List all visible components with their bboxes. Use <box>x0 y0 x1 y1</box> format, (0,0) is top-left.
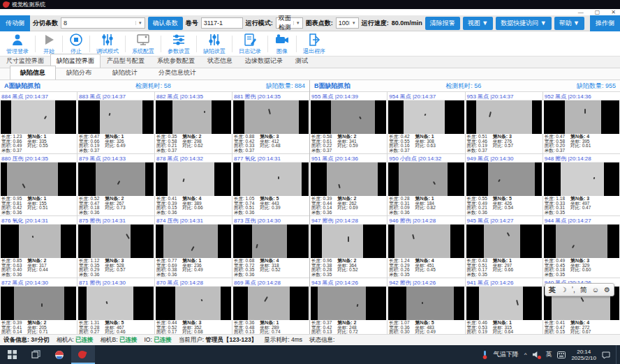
toolbar-button-monitor[interactable]: 系统配置 <box>126 32 161 56</box>
defect-thumbnail[interactable] <box>78 100 154 134</box>
defect-thumbnail[interactable] <box>466 162 542 196</box>
operator-side-button[interactable]: 操作侧 <box>590 15 620 31</box>
close-button[interactable]: ✕ <box>611 10 616 15</box>
defect-cell-948[interactable]: 948 擦伤 |20:14:28长度: 1.18宽度: 0.33面积: 0.31… <box>543 154 620 215</box>
start-button[interactable] <box>0 345 24 364</box>
defect-cell-871[interactable]: 871 擦伤 |20:14:30长度: 1.31宽度: 0.28面积: 0.27… <box>78 278 154 340</box>
drive-side-button[interactable]: 传动侧 <box>0 15 30 31</box>
split-count-select[interactable]: 8▼ <box>61 17 145 29</box>
defect-thumbnail[interactable] <box>466 287 542 320</box>
ime-language-indicator[interactable]: 英 <box>545 350 552 359</box>
clear-alarm-button[interactable]: 清除报警 <box>425 17 460 30</box>
taskbar-clock[interactable]: 20:14 2025/2/10 <box>571 349 596 361</box>
defect-cell-876[interactable]: 876 氧化 |20:14:31长度: 0.85宽度: 0.63面积: 0.40… <box>0 216 77 278</box>
defect-thumbnail[interactable] <box>544 225 619 258</box>
ime-lang-button[interactable]: 英 <box>549 285 556 295</box>
defect-cell-874[interactable]: 874 压伤 |20:14:31长度: 0.77宽度: 0.69面积: 0.38… <box>155 216 232 278</box>
defect-thumbnail[interactable] <box>233 100 309 134</box>
notification-center-icon[interactable] <box>602 351 610 359</box>
show-desktop-button[interactable] <box>616 345 619 364</box>
ime-punctuation-button[interactable]: ’, <box>572 286 575 294</box>
defect-thumbnail[interactable] <box>78 162 154 196</box>
defect-cell-883[interactable]: 883 黑点 |20:14:37长度: 0.47宽度: 0.66面积: 0.19… <box>78 92 154 153</box>
subtab-缺陷分布[interactable]: 缺陷分布 <box>56 66 102 79</box>
defect-thumbnail[interactable] <box>78 287 154 320</box>
defect-thumbnail[interactable] <box>466 225 542 258</box>
data-quick-access-button[interactable]: 数据快捷访问 ▼ <box>496 17 551 30</box>
defect-cell-869[interactable]: 869 黑点 |20:14:28长度: 0.36宽度: 0.48面积: 0.13… <box>232 278 309 340</box>
defect-cell-884[interactable]: 884 黑点 |20:14:37长度: 1.23宽度: 0.86面积: 0.49… <box>0 92 77 153</box>
defect-thumbnail[interactable] <box>1 162 76 196</box>
tray-expand-button[interactable]: ^ <box>524 351 527 358</box>
defect-thumbnail[interactable] <box>388 100 464 134</box>
volume-icon[interactable] <box>532 351 540 358</box>
toolbar-button-user[interactable]: 管理登录 <box>0 32 35 56</box>
keyboard-icon[interactable] <box>557 351 566 358</box>
run-mode-select[interactable]: 双面检测▼ <box>276 17 303 29</box>
defect-cell-953[interactable]: 953 黑点 |20:14:37长度: 0.51宽度: 0.46面积: 0.19… <box>466 92 542 153</box>
weather-text[interactable]: 气温下降 <box>494 350 519 359</box>
minimize-button[interactable]: — <box>578 10 584 15</box>
defect-cell-879[interactable]: 879 黑点 |20:14:33长度: 0.52宽度: 0.47面积: 0.18… <box>78 154 154 215</box>
ime-emoji-button[interactable]: ☺ <box>592 286 599 294</box>
defect-cell-945[interactable]: 945 黑点 |20:14:27长度: 0.43宽度: 0.51面积: 0.17… <box>466 216 542 278</box>
maximize-button[interactable]: ▢ <box>595 10 600 15</box>
defect-cell-950[interactable]: 950 小白点 |20:14:32长度: 0.28宽度: 0.31面积: 0.0… <box>388 154 464 215</box>
toolbar-button-log[interactable]: 日志记录 <box>232 32 267 56</box>
ime-simplified-button[interactable]: 简 <box>580 285 587 295</box>
defect-cell-955[interactable]: 955 黑点 |20:14:39长度: 0.58宽度: 0.61面积: 0.22… <box>310 92 387 153</box>
chart-points-select[interactable]: 100▼ <box>336 17 359 29</box>
tab-状态信息[interactable]: 状态信息 <box>201 54 239 68</box>
defect-cell-952[interactable]: 952 黑点 |20:14:36长度: 0.47宽度: 0.58面积: 0.20… <box>543 92 620 153</box>
toolbar-button-debug-sliders[interactable]: 调试模式 <box>90 32 125 56</box>
defect-cell-942[interactable]: 942 擦伤 |20:14:26长度: 1.07宽度: 0.36面积: 0.30… <box>388 278 464 340</box>
defect-cell-951[interactable]: 951 黑点 |20:14:36长度: 0.39宽度: 0.44面积: 0.14… <box>310 154 387 215</box>
defect-cell-872[interactable]: 872 黑点 |20:14:30长度: 0.39宽度: 0.41面积: 0.14… <box>0 278 77 340</box>
defect-thumbnail[interactable] <box>156 225 231 258</box>
defect-thumbnail[interactable] <box>233 162 309 196</box>
defect-cell-944[interactable]: 944 黑点 |20:14:27长度: 0.49宽度: 0.45面积: 0.18… <box>543 216 620 278</box>
defect-cell-949[interactable]: 949 黑点 |20:14:30长度: 0.55宽度: 0.49面积: 0.21… <box>466 154 542 215</box>
taskbar-app-inspection[interactable] <box>71 345 95 364</box>
defect-thumbnail[interactable] <box>1 287 76 320</box>
defect-cell-882[interactable]: 882 黑点 |20:14:35长度: 0.35宽度: 0.58面积: 0.21… <box>155 92 232 153</box>
ime-settings-gear-icon[interactable]: ⚙ <box>604 286 610 294</box>
defect-thumbnail[interactable] <box>156 100 231 134</box>
confirm-count-button[interactable]: 确认条数 <box>148 17 183 30</box>
toolbar-button-param-sliders[interactable]: 参数设置 <box>161 32 196 56</box>
task-view-button[interactable] <box>24 345 47 364</box>
defect-cell-877[interactable]: 877 氧化 |20:14:31长度: 1.05宽度: 0.74面积: 0.51… <box>232 154 309 215</box>
defect-cell-943[interactable]: 943 黑点 |20:14:26长度: 0.37宽度: 0.42面积: 0.13… <box>310 278 387 340</box>
subtab-缺陷信息[interactable]: 缺陷信息 <box>10 66 56 79</box>
defect-thumbnail[interactable] <box>233 287 309 320</box>
defect-thumbnail[interactable] <box>156 287 231 320</box>
defect-thumbnail[interactable] <box>311 287 386 320</box>
defect-cell-954[interactable]: 954 黑点 |20:14:37长度: 0.42宽度: 0.55面积: 0.16… <box>388 92 464 153</box>
defect-thumbnail[interactable] <box>1 100 76 134</box>
defect-cell-880[interactable]: 880 压伤 |20:14:35长度: 0.95宽度: 0.81面积: 0.42… <box>0 154 77 215</box>
defect-thumbnail[interactable] <box>311 162 386 196</box>
defect-thumbnail[interactable] <box>311 100 386 134</box>
toolbar-button-camera[interactable]: 图像 <box>268 32 296 56</box>
defect-thumbnail[interactable] <box>388 162 464 196</box>
defect-cell-941[interactable]: 941 黑点 |20:14:26长度: 0.46宽度: 0.53面积: 0.19… <box>466 278 542 340</box>
defect-thumbnail[interactable] <box>388 287 464 320</box>
subtab-分类信息统计[interactable]: 分类信息统计 <box>148 66 207 79</box>
toolbar-button-play[interactable]: 开始 <box>36 32 62 56</box>
defect-thumbnail[interactable] <box>311 225 386 258</box>
tab-边缘数据记录[interactable]: 边缘数据记录 <box>239 54 289 68</box>
subtab-缺陷统计[interactable]: 缺陷统计 <box>102 66 148 79</box>
taskbar-app-browser[interactable] <box>47 345 71 364</box>
defect-cell-870[interactable]: 870 黑点 |20:14:28长度: 0.44宽度: 0.52面积: 0.17… <box>155 278 232 340</box>
defect-thumbnail[interactable] <box>544 100 619 134</box>
defect-thumbnail[interactable] <box>156 162 231 196</box>
view-menu-button[interactable]: 视图 ▼ <box>463 17 493 30</box>
toolbar-button-stop[interactable]: 停止 <box>63 32 89 56</box>
defect-cell-873[interactable]: 873 压伤 |20:14:30长度: 0.68宽度: 0.72面积: 0.35… <box>232 216 309 278</box>
defect-cell-878[interactable]: 878 黑点 |20:14:32长度: 0.41宽度: 0.39面积: 0.15… <box>155 154 232 215</box>
defect-cell-947[interactable]: 947 擦伤 |20:14:28长度: 0.96宽度: 0.38面积: 0.28… <box>310 216 387 278</box>
ime-moon-icon[interactable]: ☽ <box>561 286 567 294</box>
defect-thumbnail[interactable] <box>1 225 76 258</box>
defect-thumbnail[interactable] <box>466 100 542 134</box>
defect-thumbnail[interactable] <box>78 225 154 258</box>
